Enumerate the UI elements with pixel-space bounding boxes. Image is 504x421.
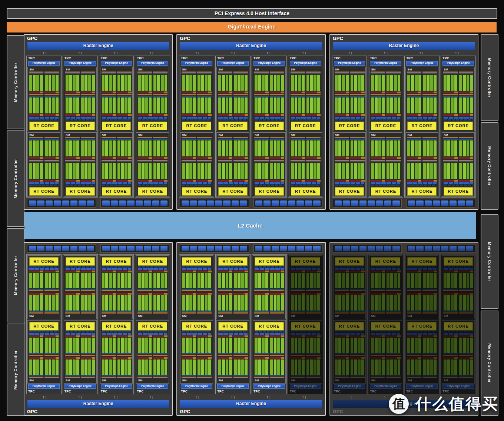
cuda-core (277, 140, 280, 156)
sm-label: SM (335, 133, 365, 137)
sm-partition-column (371, 335, 385, 379)
cuda-core (189, 75, 192, 91)
gpc-6-tpc-4: TPCPolyMorph EngineSMRT CORESMRT CORE (441, 254, 476, 394)
sm-partition-grid (443, 137, 473, 182)
sm-partition-grid (182, 137, 212, 182)
cuda-core (40, 163, 43, 179)
register-file-bar (44, 289, 59, 290)
texture-units-strip (335, 185, 364, 186)
sm-partition-column (153, 270, 168, 314)
gpc-1-tpc-3-sm-1: SMRT CORE (100, 67, 133, 131)
sm-partition-column (422, 72, 437, 116)
sm-processing-block (254, 270, 269, 292)
polymorph-engine-bar: PolyMorph Engine (406, 61, 438, 66)
texture-units-strip (255, 185, 284, 186)
sm-processing-block (306, 94, 321, 116)
rop-group (100, 244, 169, 253)
cuda-core (92, 359, 95, 375)
cuda-core (165, 295, 168, 311)
sm-partition-grid (335, 335, 365, 379)
cuda-core (335, 163, 338, 179)
rt-core-bar: RT CORE (66, 187, 95, 196)
cuda-core (145, 295, 148, 311)
rop-unit (450, 200, 457, 206)
cuda-core-array (386, 337, 401, 354)
cuda-core (201, 295, 204, 311)
cuda-core-array (459, 337, 473, 354)
cuda-core (418, 97, 421, 113)
tpc-label: TPC (100, 56, 133, 61)
sm-partition-grid (29, 137, 59, 182)
cuda-core (128, 295, 131, 311)
sm-label: SM (291, 133, 321, 137)
cuda-core (149, 75, 152, 91)
register-file-bar (254, 139, 269, 140)
sm-processing-block (218, 160, 232, 182)
register-file-bar (371, 289, 385, 290)
cuda-core (142, 163, 145, 179)
sm-partition-column (443, 72, 458, 116)
register-file-bar (182, 139, 196, 140)
polymorph-engine-bar: PolyMorph Engine (442, 61, 474, 66)
rop-unit (450, 246, 457, 251)
cuda-core (361, 140, 364, 156)
sm-partition-grid (102, 335, 132, 379)
sm-label: SM (218, 314, 248, 318)
cuda-core-array (153, 74, 168, 91)
cuda-core (371, 295, 374, 311)
warp-scheduler-bar (407, 94, 421, 95)
sm-processing-block (117, 72, 132, 93)
register-file-bar (44, 353, 59, 354)
load-store-units-strip (218, 117, 248, 119)
texture-units-strip (371, 185, 400, 186)
sm-label: SM (102, 314, 132, 318)
cuda-core (234, 273, 237, 288)
warp-scheduler-bar (153, 137, 168, 138)
cuda-core (398, 163, 401, 179)
cuda-core (142, 295, 145, 311)
cuda-core (335, 359, 338, 375)
register-file-bar (407, 353, 421, 354)
cuda-core (390, 359, 393, 375)
register-file-bar (422, 161, 437, 162)
cuda-core (459, 359, 462, 375)
cuda-core (454, 140, 457, 156)
cuda-core (36, 140, 39, 156)
rt-core-bar: RT CORE (371, 257, 400, 266)
register-file-bar (81, 289, 95, 290)
up-down-arrows-icon: ↑↓ (180, 50, 215, 56)
cuda-core (306, 97, 309, 113)
sm-processing-block (137, 94, 152, 116)
rop-unit (136, 246, 143, 251)
cuda-core (33, 140, 36, 156)
cuda-core (76, 359, 79, 375)
texture-units-strip (102, 266, 131, 268)
sm-partition-column (291, 137, 305, 182)
sm-partition-column (81, 335, 95, 379)
rop-unit (144, 200, 151, 206)
register-file-bar (65, 375, 80, 377)
warp-scheduler-bar (335, 137, 349, 138)
cuda-core (375, 140, 378, 156)
cuda-core (218, 359, 221, 375)
warp-scheduler-bar (102, 94, 116, 95)
warp-scheduler-bar (81, 94, 95, 95)
cuda-core (317, 75, 320, 91)
gpc-6-tpc-2-sm-2: SMRT CORE (369, 255, 402, 319)
gpc-4-tpc-4: TPCPolyMorph EngineSMRT CORESMRT CORE (135, 254, 170, 394)
register-file-bar (386, 375, 401, 377)
sm-processing-block (254, 137, 269, 159)
register-file-bar (81, 375, 95, 377)
sm-processing-block (182, 160, 196, 182)
cuda-core (88, 295, 91, 311)
tensor-core-bar (81, 92, 95, 93)
cuda-core (125, 163, 127, 179)
tensor-core-bar (254, 180, 269, 182)
sm-partition-column (117, 335, 132, 379)
cuda-core (375, 163, 378, 179)
register-file-bar (44, 96, 59, 97)
register-file-bar (371, 96, 385, 97)
tensor-core-bar (407, 114, 421, 116)
register-file-bar (44, 375, 59, 377)
tensor-core-bar (44, 157, 59, 159)
